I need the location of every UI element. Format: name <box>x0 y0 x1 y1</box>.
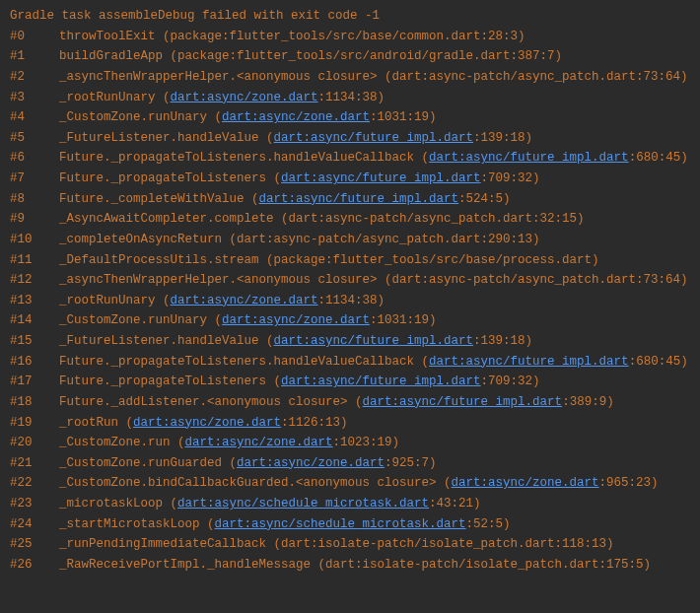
stack-frame: #12_asyncThenWrapperHelper.<anonymous cl… <box>10 270 690 291</box>
frame-location-suffix: :1134:38) <box>318 91 385 104</box>
frame-number: #24 <box>10 514 59 535</box>
frame-method: _rootRunUnary <box>59 91 156 104</box>
frame-location-suffix: :1031:19) <box>370 313 437 327</box>
stack-frame: #17Future._propagateToListeners (dart:as… <box>10 372 690 392</box>
frame-location-suffix: :1126:13) <box>281 416 348 430</box>
frame-number: #18 <box>10 392 59 413</box>
frame-location-suffix: :680:45) <box>629 151 688 165</box>
stack-frame: #1buildGradleApp (package:flutter_tools/… <box>10 46 690 67</box>
source-link[interactable]: dart:async/future_impl.dart <box>274 334 474 348</box>
source-link[interactable]: dart:async/schedule_microtask.dart <box>215 517 466 531</box>
frame-location-prefix: ( <box>163 497 177 511</box>
source-link[interactable]: dart:async/future_impl.dart <box>281 375 481 388</box>
frame-location-suffix: :389:9) <box>562 395 614 409</box>
stack-frame: #25_runPendingImmediateCallback (dart:is… <box>10 534 690 555</box>
frame-method: _DefaultProcessUtils.stream <box>59 253 259 267</box>
frame-method: _startMicrotaskLoop <box>59 517 200 531</box>
frame-location-suffix: :52:5) <box>466 517 511 531</box>
frame-location-suffix: :139:18) <box>473 131 532 145</box>
stack-frame: #3_rootRunUnary (dart:async/zone.dart:11… <box>10 88 690 108</box>
frame-number: #21 <box>10 453 59 474</box>
source-link[interactable]: dart:async/future_impl.dart <box>259 192 459 206</box>
frame-method: _CustomZone.runUnary <box>59 110 207 124</box>
stack-frame: #21_CustomZone.runGuarded (dart:async/zo… <box>10 453 690 474</box>
stack-frame: #24_startMicrotaskLoop (dart:async/sched… <box>10 514 690 535</box>
frame-number: #6 <box>10 148 59 169</box>
frame-location-prefix: ( <box>414 355 429 369</box>
stack-frame: #22_CustomZone.bindCallbackGuarded.<anon… <box>10 473 690 494</box>
frame-location-suffix: :43:21) <box>429 497 481 511</box>
stack-frame: #9_AsyncAwaitCompleter.complete (dart:as… <box>10 209 690 230</box>
source-link[interactable]: dart:async/future_impl.dart <box>429 355 629 369</box>
stack-frame: #14_CustomZone.runUnary (dart:async/zone… <box>10 310 690 331</box>
source-link[interactable]: dart:async/zone.dart <box>171 91 318 104</box>
source-link[interactable]: dart:async/zone.dart <box>133 416 281 430</box>
frame-method: throwToolExit <box>59 30 156 43</box>
frame-location-prefix: ( <box>266 171 281 185</box>
frame-number: #14 <box>10 310 59 331</box>
source-link[interactable]: dart:async/future_impl.dart <box>281 171 481 185</box>
source-link[interactable]: dart:async/zone.dart <box>222 313 370 327</box>
source-link[interactable]: dart:async/zone.dart <box>222 110 370 124</box>
frame-number: #19 <box>10 413 59 434</box>
stack-frame: #19_rootRun (dart:async/zone.dart:1126:1… <box>10 413 690 434</box>
frame-location-suffix: :680:45) <box>629 355 688 369</box>
frame-location-suffix: :709:32) <box>481 171 540 185</box>
frame-method: Future._propagateToListeners.handleValue… <box>59 355 414 369</box>
frame-method: _runPendingImmediateCallback <box>59 537 266 551</box>
stack-trace: #0throwToolExit (package:flutter_tools/s… <box>10 27 690 576</box>
source-link[interactable]: dart:async/schedule_microtask.dart <box>177 497 429 511</box>
source-link[interactable]: dart:async/zone.dart <box>452 476 599 490</box>
frame-location-prefix: (package:flutter_tools/src/base/common.d… <box>156 30 525 43</box>
source-link[interactable]: dart:async/zone.dart <box>185 436 333 449</box>
frame-number: #25 <box>10 534 59 555</box>
frame-location-prefix: (dart:async-patch/async_patch.dart:290:1… <box>222 233 540 246</box>
source-link[interactable]: dart:async/future_impl.dart <box>274 131 474 145</box>
frame-method: _CustomZone.bindCallbackGuarded.<anonymo… <box>59 476 437 490</box>
stack-frame: #2_asyncThenWrapperHelper.<anonymous clo… <box>10 67 690 88</box>
frame-method: Future._propagateToListeners <box>59 171 266 185</box>
frame-method: Future._addListener.<anonymous closure> <box>59 395 348 409</box>
frame-location-suffix: :524:5) <box>458 192 511 206</box>
frame-number: #15 <box>10 331 59 352</box>
frame-method: _FutureListener.handleValue <box>59 334 259 348</box>
frame-method: _CustomZone.runGuarded <box>59 456 222 470</box>
stack-frame: #23_microtaskLoop (dart:async/schedule_m… <box>10 494 690 514</box>
frame-number: #2 <box>10 67 59 88</box>
frame-number: #23 <box>10 494 59 514</box>
frame-number: #3 <box>10 88 59 108</box>
frame-number: #22 <box>10 473 59 494</box>
frame-location-prefix: (dart:isolate-patch/isolate_patch.dart:1… <box>266 537 614 551</box>
frame-location-prefix: ( <box>222 456 237 470</box>
frame-location-prefix: ( <box>259 131 274 145</box>
stack-frame: #15_FutureListener.handleValue (dart:asy… <box>10 331 690 352</box>
stack-frame: #16Future._propagateToListeners.handleVa… <box>10 352 690 373</box>
frame-location-suffix: :139:18) <box>473 334 532 348</box>
stack-frame: #6Future._propagateToListeners.handleVal… <box>10 148 690 169</box>
source-link[interactable]: dart:async/zone.dart <box>237 456 385 470</box>
frame-method: _AsyncAwaitCompleter.complete <box>59 212 274 226</box>
frame-location-prefix: (dart:isolate-patch/isolate_patch.dart:1… <box>311 558 651 572</box>
frame-location-prefix: ( <box>207 110 222 124</box>
frame-number: #4 <box>10 107 59 128</box>
frame-method: buildGradleApp <box>59 49 163 63</box>
frame-method: Future._propagateToListeners.handleValue… <box>59 151 414 165</box>
source-link[interactable]: dart:async/future_impl.dart <box>363 395 563 409</box>
frame-method: Future._completeWithValue <box>59 192 245 206</box>
frame-number: #1 <box>10 46 59 67</box>
frame-method: _rootRun <box>59 416 118 430</box>
frame-number: #11 <box>10 250 59 271</box>
frame-number: #10 <box>10 230 59 250</box>
frame-method: Future._propagateToListeners <box>59 375 266 388</box>
stack-frame: #0throwToolExit (package:flutter_tools/s… <box>10 27 690 47</box>
source-link[interactable]: dart:async/zone.dart <box>171 294 318 307</box>
frame-number: #12 <box>10 270 59 291</box>
frame-method: _asyncThenWrapperHelper.<anonymous closu… <box>59 273 378 287</box>
error-header: Gradle task assembleDebug failed with ex… <box>10 6 690 27</box>
frame-location-prefix: ( <box>259 334 274 348</box>
frame-method: _rootRunUnary <box>59 294 156 307</box>
frame-number: #0 <box>10 27 59 47</box>
source-link[interactable]: dart:async/future_impl.dart <box>429 151 629 165</box>
frame-number: #9 <box>10 209 59 230</box>
frame-location-prefix: ( <box>156 91 171 104</box>
